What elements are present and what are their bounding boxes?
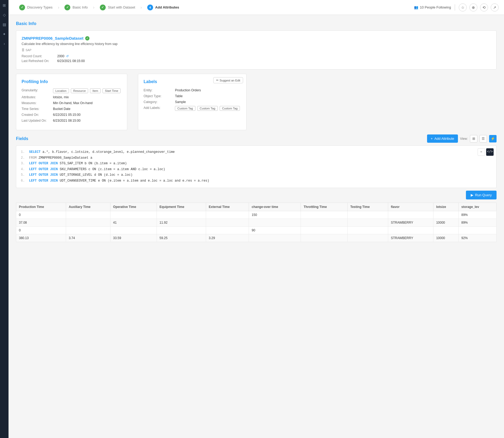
td-testing-time <box>347 219 388 226</box>
td-lotsize: 10000 <box>433 234 459 242</box>
run-query-button[interactable]: ▶ Run Query <box>466 191 497 199</box>
wizard-step-attributes[interactable]: 4 Add Attributes <box>142 5 185 10</box>
wizard-step-discovery[interactable]: ✓ Discovery Types <box>14 5 58 10</box>
table-body: 0 150 89% 37.08 41 11.92 <box>16 211 497 242</box>
td-production-time: 0 <box>16 211 66 219</box>
chevron-icon[interactable]: › <box>1 40 7 47</box>
wizard-divider <box>455 4 455 11</box>
star-button[interactable]: ☆ <box>459 3 467 11</box>
basic-info-section-title: Basic Info <box>16 21 497 26</box>
td-flavor: STRAWBERRY <box>388 219 433 226</box>
sql-num-4: 4. <box>21 167 25 173</box>
custom-tag-3[interactable]: Custom Tag <box>220 106 240 111</box>
suggest-edit-button[interactable]: ✏ Suggest an Edit <box>213 77 243 83</box>
tag-location[interactable]: Location <box>53 88 69 93</box>
following-button[interactable]: 👥 10 People Following <box>414 5 451 9</box>
sql-block: ✏ </> 1. SELECT a.*, b.flavor, c.lotsize… <box>16 145 497 188</box>
time-series-row: Time Series: Bucket Date <box>22 107 122 111</box>
dataset-name: ZMNPPREP0006_SampleDataset ✓ <box>22 36 491 40</box>
share-button[interactable]: ↗ <box>491 3 499 11</box>
wizard-step-discovery-label: Discovery Types <box>27 5 52 9</box>
td-auxiliary-time <box>66 211 110 219</box>
th-flavor: flavor <box>388 203 433 211</box>
sql-num-1: 1. <box>21 149 25 155</box>
tag-item[interactable]: Item <box>90 88 100 93</box>
sql-line-3: 3. LEFT OUTER JOIN STG_SAP_ITEM b ON (b.… <box>21 161 492 167</box>
last-refreshed-value: 6/23/2021 08:15:00 <box>57 59 85 63</box>
fields-section-title: Fields <box>16 136 28 141</box>
td-production-time: 0 <box>16 226 66 234</box>
td-operative-time <box>110 211 157 219</box>
wizard-step-attributes-label: Add Attributes <box>155 5 179 9</box>
table-row: 0 90 <box>16 226 497 234</box>
diamond-icon[interactable]: ◇ <box>1 12 7 18</box>
td-testing-time <box>347 234 388 242</box>
tag-start-time[interactable]: Start Time <box>103 88 121 93</box>
run-query-row: ▶ Run Query <box>16 191 497 199</box>
palette-icon[interactable]: ✦ <box>1 31 7 37</box>
object-type-value: Table <box>175 94 183 98</box>
created-on-row: Created On: 6/22/2021 05:15:00 <box>22 113 122 117</box>
view-label: View: <box>460 137 468 141</box>
table-row: 37.08 41 11.92 STRAWBERRY 10000 89% <box>16 219 497 226</box>
td-external-time <box>206 211 249 219</box>
th-equipment-time: Equipment Time <box>157 203 206 211</box>
td-external-time <box>206 226 249 234</box>
refresh-icon[interactable]: ↺ <box>66 54 69 58</box>
verified-badge: ✓ <box>85 36 89 40</box>
step-circle-4: 4 <box>147 5 153 10</box>
wizard-step-dataset[interactable]: ✓ Start with Dataset <box>95 5 141 10</box>
entity-label: Entity: <box>144 88 173 92</box>
tag-resource[interactable]: Resource <box>71 88 88 93</box>
chart-icon[interactable]: ▤ <box>1 21 7 28</box>
grid-icon[interactable]: ⊞ <box>1 2 7 9</box>
th-operative-time: Operative Time <box>110 203 157 211</box>
wizard-right: 👥 10 People Following ☆ ⊕ ⟲ ↗ <box>414 3 499 11</box>
list-view-button[interactable]: ☰ <box>480 135 487 142</box>
add-attribute-button[interactable]: + Add Attribute <box>427 134 458 143</box>
th-testing-time: Testing Time <box>347 203 388 211</box>
fields-header: Fields + Add Attribute View: ⊞ ☰ ⚡ <box>16 134 497 143</box>
custom-tag-2[interactable]: Custom Tag <box>197 106 218 111</box>
last-updated-label: Last Updated On: <box>22 119 51 122</box>
granularity-label: Granularity: <box>22 88 51 93</box>
th-lotsize: lotsize <box>433 203 459 211</box>
wizard-step-basicinfo[interactable]: ✓ Basic Info <box>59 5 93 10</box>
custom-tag-1[interactable]: Custom Tag <box>175 106 195 111</box>
sql-text-2: FROM ZMNPPREP0006_SampleDataset a <box>29 155 92 161</box>
td-flavor: STRAWBERRY <box>388 234 433 242</box>
fields-actions: + Add Attribute View: ⊞ ☰ ⚡ <box>427 134 497 143</box>
last-updated-row: Last Updated On: 6/23/2021 08:15:00 <box>22 119 122 122</box>
table-header-row: Production Time Auxiliary Time Operative… <box>16 203 497 211</box>
last-refreshed-label: Last Refreshed On: <box>22 59 56 63</box>
td-external-time: 3.29 <box>206 234 249 242</box>
edit-sql-button[interactable]: ✏ <box>478 148 485 156</box>
plus-circle-button[interactable]: ⊕ <box>469 3 477 11</box>
step-circle-1: ✓ <box>19 5 25 10</box>
th-production-time: Production Time <box>16 203 66 211</box>
td-storage-lev: 92% <box>458 234 496 242</box>
created-on-value: 6/22/2021 05:15:00 <box>53 113 80 117</box>
td-testing-time <box>347 226 388 234</box>
dataset-description: Calculate line efficiency by observing l… <box>22 42 491 46</box>
profiling-info-card: Profiling Info Granularity: Location Res… <box>16 74 127 130</box>
object-type-label: Object Type: <box>144 94 173 98</box>
th-changeover-time: change-over time <box>249 203 301 211</box>
td-auxiliary-time <box>66 226 110 234</box>
wizard-nav: ✓ Discovery Types › ✓ Basic Info › ✓ Sta… <box>9 0 504 15</box>
category-row: Category: Sample <box>144 100 241 104</box>
bolt-view-button[interactable]: ⚡ <box>489 135 497 142</box>
grid-view-button[interactable]: ⊞ <box>470 135 477 142</box>
sql-num-2: 2. <box>21 155 25 161</box>
add-attribute-label: Add Attribute <box>434 137 454 141</box>
category-label: Category: <box>144 100 173 104</box>
td-changeover-time: 150 <box>249 211 301 219</box>
play-icon: ▶ <box>471 193 473 197</box>
td-lotsize <box>433 211 459 219</box>
add-labels-row: Add Labels: Custom Tag Custom Tag Custom… <box>144 106 241 111</box>
source-name: SAP <box>26 48 31 52</box>
share-alt-button[interactable]: ⟲ <box>480 3 488 11</box>
table-row: 380.13 3.74 33.59 59.25 3.29 STRAWBERRY … <box>16 234 497 242</box>
code-sql-button[interactable]: </> <box>486 148 494 156</box>
pencil-icon: ✏ <box>216 79 219 82</box>
